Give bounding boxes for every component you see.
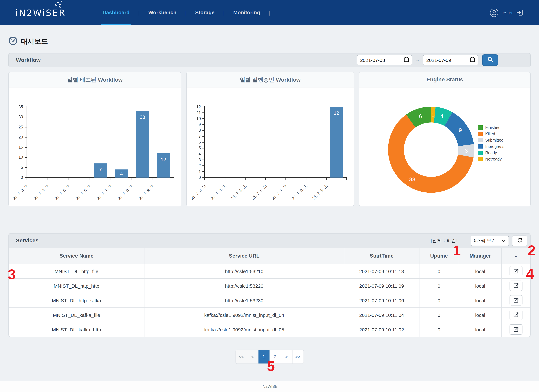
svg-text:4: 4 [120,171,123,177]
app-logo: iN2WiSER [15,8,66,18]
legend-label: Submitted [485,138,504,142]
page-first-button[interactable]: << [236,350,247,363]
svg-text:4: 4 [199,152,201,156]
legend-swatch [478,138,483,142]
app-logo-text: iN2WiSER [15,8,66,18]
svg-text:15: 15 [19,145,23,149]
col-actions: - [502,248,530,264]
services-panel: Services [전체 : 9 건] 5개씩 보기 [8,233,531,337]
logo-sparkle-dots [55,4,56,5]
open-service-button[interactable] [510,324,522,335]
search-icon [487,57,493,63]
refresh-button[interactable] [512,235,527,246]
svg-text:21. 7. 9. 오: 21. 7. 9. 오 [138,183,155,201]
svg-text:8: 8 [199,128,201,132]
legend-swatch [478,151,483,155]
workflow-title: Workflow [16,57,40,63]
nav-separator: | [138,10,140,15]
legend-label: Inprogress [485,144,504,149]
top-nav: iN2WiSER Dashboard | Workbench | Storage… [0,0,539,25]
range-separator: ~ [416,58,419,63]
open-service-button[interactable] [510,310,522,320]
svg-text:10: 10 [196,116,201,121]
chart-title: 일별 배포된 Workflow [9,72,181,87]
open-service-button[interactable] [510,281,522,291]
page-prev-button[interactable]: < [247,350,258,363]
nav-tab-workbench[interactable]: Workbench [140,0,185,25]
calendar-icon[interactable] [470,57,475,63]
page-title-text: 대시보드 [21,37,48,46]
cell-service-url: kafka://csle1:9092/mnist_input_dl_05 [144,322,344,337]
page-size-value: 5개씩 보기 [474,238,496,244]
annotation-5: 5 [267,359,274,373]
svg-text:21. 7. 4. 오: 21. 7. 4. 오 [33,183,50,201]
bar [330,107,343,178]
bar [136,111,149,178]
username: tester [501,10,513,15]
date-from-input[interactable]: 2021-07-03 [357,55,412,65]
table-row: MNIST_DL_http_kafka http://csle1:53230 2… [9,293,530,308]
charts-row: 일별 배포된 Workflow 0510152025303521. 7. 3. … [8,72,531,206]
annotation-4: 4 [526,267,533,281]
svg-text:1: 1 [431,111,434,118]
services-table-header-row: Service Name Service URL StartTime Uptim… [9,248,530,264]
svg-text:0: 0 [21,175,23,180]
legend-swatch [478,157,483,161]
running-workflow-chart-panel: 일별 실행중인 Workflow 012345678910111221. 7. … [186,72,354,206]
services-title: Services [16,237,38,244]
nav-separator: | [185,10,187,15]
svg-text:21. 7. 5. 오: 21. 7. 5. 오 [230,183,247,201]
svg-text:21. 7. 6. 오: 21. 7. 6. 오 [75,183,92,201]
engine-status-donut-chart: 1493386FinishedKilledSubmittedInprogress… [359,87,530,206]
cell-service-name: MNIST_DL_kafka_file [9,308,144,322]
legend-label: Finished [485,125,500,130]
cell-manager: local [459,322,502,337]
svg-text:33: 33 [140,114,145,120]
deployed-workflow-chart-panel: 일별 배포된 Workflow 0510152025303521. 7. 3. … [8,72,181,206]
col-service-url: Service URL [144,248,344,264]
donut-chart-svg: 1493386FinishedKilledSubmittedInprogress… [359,87,530,206]
cell-service-url: http://csle1:53210 [144,264,344,278]
open-service-button[interactable] [510,295,522,305]
nav-tab-label: Dashboard [102,10,130,15]
table-row: MNIST_DL_kafka_http kafka://csle1:9092/m… [9,322,530,337]
cell-uptime: 0 [419,278,459,293]
col-manager: Manager [459,248,502,264]
page-last-button[interactable]: >> [292,350,303,363]
footer-brand: IN2WISE [262,384,278,389]
legend-label: Notready [485,157,502,161]
user-area: tester [490,8,524,17]
nav-tab-storage[interactable]: Storage [186,0,223,25]
nav-separator: | [223,10,225,15]
svg-text:38: 38 [409,176,415,182]
nav-tab-label: Workbench [148,10,177,15]
cell-uptime: 0 [419,264,459,278]
nav-tab-label: Storage [195,10,214,15]
calendar-icon[interactable] [404,57,409,63]
cell-uptime: 0 [419,293,459,308]
page-title: 대시보드 [8,36,531,47]
page-size-select[interactable]: 5개씩 보기 [471,236,509,246]
page-next-button[interactable]: > [281,350,292,363]
svg-text:9: 9 [199,122,201,127]
nav-tab-monitoring[interactable]: Monitoring [225,0,269,25]
date-to-input[interactable]: 2021-07-09 [423,55,478,65]
svg-text:12: 12 [161,157,166,162]
user-avatar-icon [490,8,499,17]
nav-tab-dashboard[interactable]: Dashboard [94,0,138,25]
table-row: MNIST_DL_kafka_file kafka://csle1:9092/m… [9,308,530,322]
search-button[interactable] [482,54,498,66]
open-service-button[interactable] [510,266,522,276]
logout-icon[interactable] [516,9,524,17]
chart-title: Engine Status [359,72,530,87]
svg-text:21. 7. 6. 오: 21. 7. 6. 오 [250,183,268,201]
cell-service-url: http://csle1:53220 [144,278,344,293]
cell-starttime: 2021-07-09 10:11:04 [344,308,419,322]
cell-starttime: 2021-07-09 10:11:13 [344,264,419,278]
bar-chart-svg: 0510152025303521. 7. 3. 오21. 7. 4. 오21. … [9,87,181,206]
refresh-icon [517,237,522,244]
dashboard-gauge-icon [8,36,18,47]
svg-text:21. 7. 7. 오: 21. 7. 7. 오 [271,183,288,201]
table-row: MNIST_DL_http_file http://csle1:53210 20… [9,264,530,278]
svg-text:20: 20 [19,135,23,139]
